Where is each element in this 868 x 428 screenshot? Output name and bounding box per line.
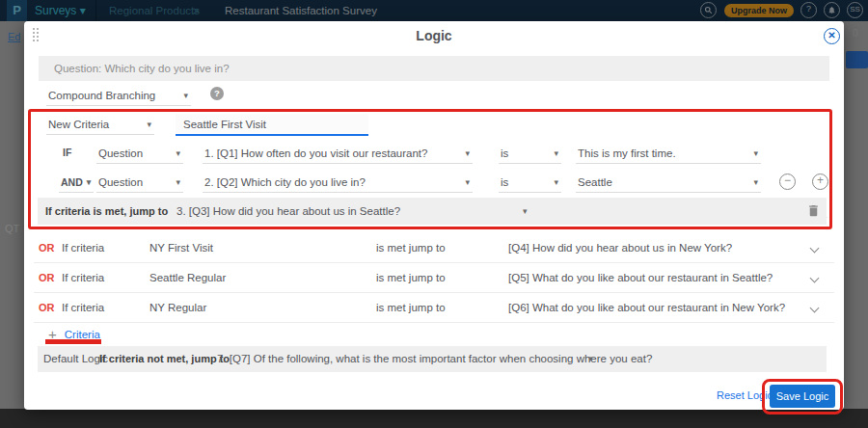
reset-logic-link[interactable]: Reset Logic (717, 389, 773, 401)
condition-value-select[interactable]: This is my first time. ▾ (576, 143, 761, 164)
condition-type-select[interactable]: Question ▾ (96, 143, 183, 164)
chevron-down-icon: ▾ (554, 148, 558, 158)
if-label: IF (63, 147, 71, 158)
condition-question-value: 2. [Q2] Which city do you live in? (204, 176, 366, 188)
delete-criteria-icon[interactable] (806, 203, 822, 219)
condition-type-value: Question (98, 176, 143, 188)
criteria-name: Seattle Regular (149, 263, 226, 293)
default-jump-target-select[interactable]: 7. [Q7] Of the following, what is the mo… (217, 346, 652, 372)
chevron-down-icon: ▾ (523, 198, 528, 225)
chevron-down-icon: ▾ (465, 148, 470, 158)
screen: P Surveys ▾ Regional Products > Restaura… (0, 0, 868, 428)
add-criteria-button[interactable]: +Criteria (48, 326, 100, 343)
chevron-down-icon: ▾ (465, 177, 470, 187)
connector-select[interactable]: AND ▾ (59, 172, 94, 193)
is-met-label: is met jump to (376, 263, 446, 293)
remove-condition-button[interactable]: − (779, 174, 796, 190)
criteria-name: NY Regular (149, 293, 206, 323)
condition-operator-value: is (501, 176, 508, 188)
saved-criteria-row[interactable]: OR If criteria NY Regular is met jump to… (34, 293, 834, 323)
connector-value: AND (61, 176, 83, 188)
condition-row-and: AND ▾ Question ▾ 2. [Q2] Which city do y… (24, 172, 844, 195)
expand-criteria-icon[interactable] (810, 244, 820, 254)
jump-to-label: If criteria is met, jump to (45, 198, 168, 225)
question-context-header: Question: Which city do you live in? (39, 56, 829, 81)
logic-type-row: Compound Branching ▾ ? (24, 85, 844, 108)
chevron-down-icon: ▾ (176, 177, 180, 187)
chevron-down-icon: ▾ (588, 346, 593, 372)
modal-title: Logic (24, 28, 844, 43)
chevron-down-icon: ▾ (147, 120, 151, 129)
save-logic-button[interactable]: Save Logic (770, 385, 835, 408)
add-condition-button[interactable]: + (812, 174, 828, 190)
criteria-select[interactable]: New Criteria ▾ (46, 114, 154, 135)
criteria-name-input[interactable] (176, 114, 368, 136)
is-met-label: is met jump to (376, 233, 446, 263)
criteria-name-row: New Criteria ▾ (24, 114, 844, 137)
if-criteria-label: If criteria (62, 263, 104, 293)
condition-question-select[interactable]: 2. [Q2] Which city do you live in? ▾ (203, 172, 473, 193)
criteria-name: NY First Visit (149, 233, 213, 263)
or-label: OR (39, 263, 55, 293)
add-criteria-label: Criteria (65, 329, 100, 340)
criteria-target: [Q5] What do you like about our restaura… (508, 263, 773, 293)
if-criteria-label: If criteria (62, 233, 104, 263)
logic-modal: Logic ✕ Question: Which city do you live… (24, 21, 844, 410)
default-logic-bar: Default Logic If criteria not met, jump … (38, 346, 827, 372)
if-criteria-label: If criteria (62, 293, 104, 323)
criteria-target: [Q4] How did you hear about us in New Yo… (508, 233, 732, 263)
plus-icon: + (48, 326, 57, 342)
chevron-down-icon: ▾ (753, 148, 758, 158)
is-met-label: is met jump to (376, 293, 446, 323)
condition-operator-select[interactable]: is ▾ (499, 172, 561, 193)
expand-criteria-icon[interactable] (810, 304, 820, 313)
criteria-select-value: New Criteria (48, 119, 109, 130)
or-label: OR (39, 233, 55, 263)
help-icon[interactable]: ? (210, 87, 224, 100)
criteria-target: [Q6] What do you like about our restaura… (508, 293, 785, 323)
saved-criteria-row[interactable]: OR If criteria NY First Visit is met jum… (34, 233, 834, 263)
condition-type-value: Question (98, 147, 143, 159)
chevron-down-icon: ▾ (753, 177, 758, 187)
condition-row-if: IF Question ▾ 1. [Q1] How often do you v… (24, 143, 844, 166)
logic-type-value: Compound Branching (48, 90, 155, 101)
condition-question-select[interactable]: 1. [Q1] How often do you visit our resta… (203, 143, 473, 164)
default-condition-label: If criteria not met, jump to (99, 346, 230, 372)
jump-target-select[interactable]: 3. [Q3] How did you hear about us in Sea… (176, 198, 400, 225)
saved-criteria-row[interactable]: OR If criteria Seattle Regular is met ju… (34, 263, 834, 293)
chevron-down-icon: ▾ (554, 177, 558, 187)
condition-value: This is my first time. (578, 147, 676, 159)
or-label: OR (39, 293, 55, 323)
expand-criteria-icon[interactable] (810, 274, 820, 283)
chevron-down-icon: ▾ (183, 91, 188, 100)
condition-operator-value: is (501, 147, 508, 159)
condition-value: Seattle (578, 176, 612, 188)
jump-to-bar: If criteria is met, jump to 3. [Q3] How … (38, 198, 827, 225)
condition-type-select[interactable]: Question ▾ (96, 172, 183, 193)
chevron-down-icon: ▾ (87, 177, 92, 187)
condition-value-select[interactable]: Seattle ▾ (576, 172, 761, 193)
chevron-down-icon: ▾ (176, 148, 180, 158)
logic-type-select[interactable]: Compound Branching ▾ (46, 85, 191, 106)
condition-question-value: 1. [Q1] How often do you visit our resta… (204, 147, 427, 159)
close-icon[interactable]: ✕ (824, 28, 840, 44)
condition-operator-select[interactable]: is ▾ (499, 143, 561, 164)
